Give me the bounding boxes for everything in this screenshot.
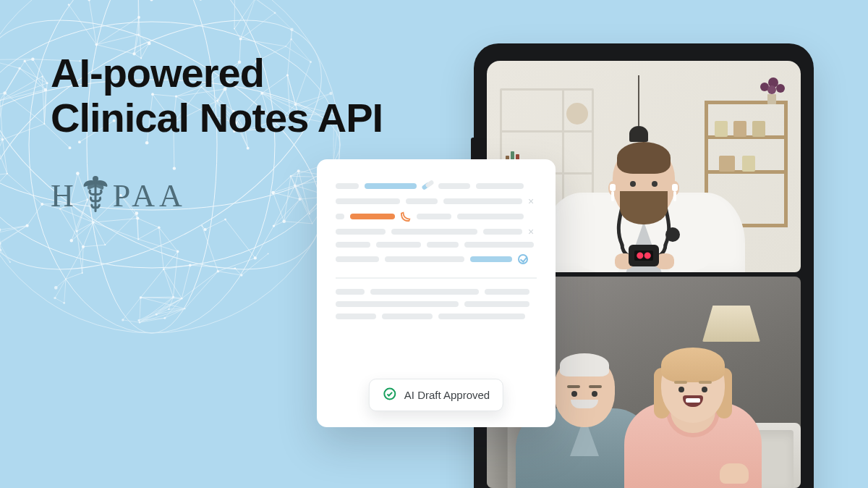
svg-line-54 bbox=[241, 39, 286, 46]
svg-point-393 bbox=[163, 268, 165, 270]
svg-point-355 bbox=[291, 38, 292, 40]
svg-point-432 bbox=[234, 267, 237, 269]
svg-line-181 bbox=[0, 121, 2, 140]
svg-line-255 bbox=[0, 243, 1, 250]
svg-line-15 bbox=[0, 83, 47, 101]
phone-icon bbox=[401, 211, 411, 222]
svg-line-71 bbox=[163, 251, 177, 269]
svg-point-326 bbox=[274, 12, 276, 14]
svg-line-81 bbox=[140, 298, 182, 322]
svg-point-395 bbox=[44, 88, 47, 91]
svg-line-55 bbox=[25, 59, 33, 62]
svg-line-57 bbox=[25, 61, 46, 89]
svg-line-130 bbox=[93, 222, 138, 239]
headline-line-2: Clinical Notes API bbox=[51, 95, 383, 140]
svg-line-25 bbox=[55, 298, 64, 303]
svg-line-134 bbox=[93, 222, 105, 245]
svg-line-84 bbox=[140, 314, 156, 322]
svg-line-247 bbox=[0, 142, 7, 174]
svg-point-392 bbox=[82, 272, 83, 274]
svg-line-149 bbox=[138, 227, 159, 239]
svg-line-179 bbox=[0, 230, 1, 251]
svg-line-264 bbox=[255, 226, 274, 258]
svg-line-58 bbox=[123, 320, 140, 322]
svg-line-11 bbox=[0, 77, 42, 101]
svg-line-9 bbox=[42, 77, 47, 83]
svg-line-113 bbox=[182, 265, 190, 298]
svg-line-12 bbox=[33, 59, 47, 83]
svg-point-382 bbox=[224, 219, 226, 221]
svg-line-292 bbox=[235, 269, 242, 275]
svg-line-88 bbox=[165, 308, 185, 318]
svg-line-200 bbox=[218, 258, 255, 271]
svg-line-201 bbox=[218, 272, 242, 275]
svg-point-368 bbox=[204, 228, 207, 231]
svg-line-156 bbox=[5, 68, 20, 93]
svg-line-112 bbox=[182, 272, 218, 299]
svg-line-109 bbox=[165, 298, 182, 318]
dismiss-icon: × bbox=[528, 198, 537, 205]
svg-line-126 bbox=[275, 13, 292, 30]
svg-line-129 bbox=[234, 0, 235, 29]
svg-line-248 bbox=[0, 235, 1, 251]
svg-line-111 bbox=[156, 298, 182, 314]
svg-line-157 bbox=[20, 68, 46, 90]
svg-point-401 bbox=[172, 296, 174, 298]
svg-line-95 bbox=[234, 0, 255, 29]
svg-point-348 bbox=[0, 228, 1, 232]
svg-point-343 bbox=[136, 216, 139, 219]
svg-line-121 bbox=[2, 124, 44, 140]
svg-point-346 bbox=[0, 100, 1, 101]
svg-line-223 bbox=[83, 245, 105, 247]
svg-point-377 bbox=[7, 173, 8, 174]
svg-point-427 bbox=[137, 319, 140, 321]
svg-point-373 bbox=[189, 264, 192, 266]
svg-line-217 bbox=[273, 176, 291, 193]
svg-point-313 bbox=[31, 58, 34, 61]
svg-line-18 bbox=[0, 59, 20, 68]
svg-point-356 bbox=[217, 270, 219, 272]
svg-point-297 bbox=[70, 239, 73, 242]
svg-line-29 bbox=[138, 0, 139, 17]
note-paragraph bbox=[336, 289, 537, 319]
svg-line-26 bbox=[64, 279, 66, 303]
pill-icon bbox=[422, 181, 433, 191]
svg-point-412 bbox=[145, 141, 149, 145]
svg-line-246 bbox=[0, 174, 7, 177]
svg-point-361 bbox=[9, 261, 11, 263]
svg-line-41 bbox=[273, 185, 295, 193]
dismiss-icon: × bbox=[528, 228, 537, 235]
svg-line-83 bbox=[140, 298, 141, 322]
svg-line-196 bbox=[292, 30, 292, 39]
svg-line-63 bbox=[0, 226, 27, 235]
svg-line-76 bbox=[77, 222, 93, 231]
svg-line-183 bbox=[139, 314, 156, 320]
svg-line-268 bbox=[163, 269, 173, 297]
svg-point-328 bbox=[234, 28, 235, 30]
svg-line-203 bbox=[0, 140, 2, 142]
svg-line-155 bbox=[0, 68, 20, 101]
svg-line-212 bbox=[273, 193, 284, 222]
svg-line-225 bbox=[82, 247, 83, 273]
svg-point-310 bbox=[176, 251, 179, 253]
svg-point-383 bbox=[0, 249, 2, 252]
svg-point-321 bbox=[88, 0, 90, 1]
svg-line-140 bbox=[138, 35, 149, 43]
svg-line-90 bbox=[156, 308, 184, 314]
svg-line-215 bbox=[284, 222, 312, 224]
svg-line-263 bbox=[274, 199, 300, 226]
svg-point-384 bbox=[104, 244, 106, 245]
svg-point-354 bbox=[309, 214, 310, 215]
svg-point-308 bbox=[26, 224, 29, 227]
svg-line-137 bbox=[0, 140, 2, 171]
svg-point-425 bbox=[254, 256, 257, 259]
svg-point-429 bbox=[240, 274, 242, 277]
chip-label: AI Draft Approved bbox=[404, 389, 490, 401]
svg-line-221 bbox=[55, 279, 66, 298]
svg-line-110 bbox=[140, 298, 182, 298]
svg-rect-435 bbox=[767, 94, 776, 104]
svg-line-213 bbox=[274, 222, 284, 226]
svg-line-108 bbox=[89, 0, 96, 45]
svg-line-73 bbox=[159, 227, 178, 251]
headline: AI-powered Clinical Notes API bbox=[51, 51, 383, 140]
